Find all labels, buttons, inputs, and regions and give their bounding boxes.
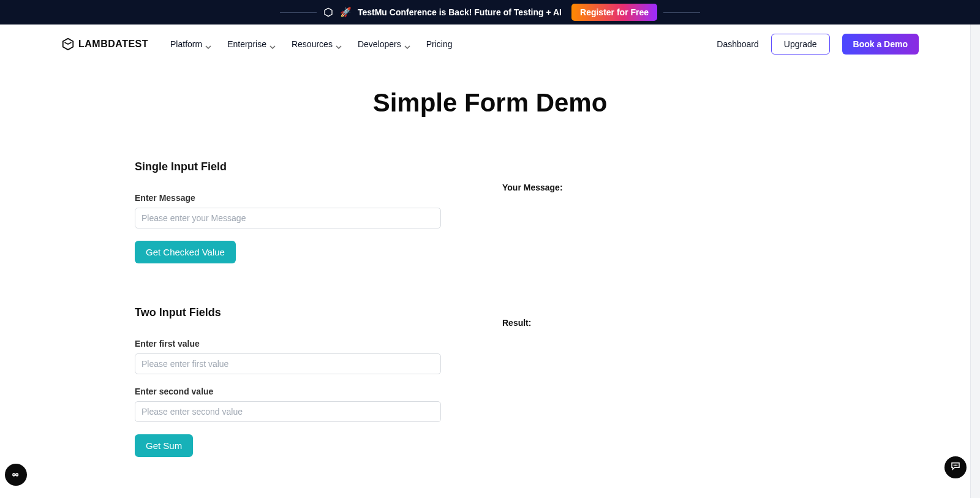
your-message-label: Your Message: xyxy=(502,183,845,192)
get-checked-value-button[interactable]: Get Checked Value xyxy=(135,241,236,263)
get-sum-button[interactable]: Get Sum xyxy=(135,434,193,457)
chevron-down-icon xyxy=(336,41,342,47)
message-input[interactable] xyxy=(135,208,441,228)
section-title: Two Input Fields xyxy=(135,306,466,319)
dashboard-link[interactable]: Dashboard xyxy=(717,39,759,49)
upgrade-button[interactable]: Upgrade xyxy=(771,34,830,55)
nav-resources[interactable]: Resources xyxy=(292,39,342,49)
svg-point-2 xyxy=(954,465,954,466)
nav-item-label: Enterprise xyxy=(227,39,266,49)
brand-mark-icon xyxy=(323,7,334,18)
svg-marker-0 xyxy=(325,8,332,16)
nav-item-label: Platform xyxy=(170,39,202,49)
brand-logo[interactable]: LAMBDATEST xyxy=(61,37,148,51)
nav-item-label: Pricing xyxy=(426,39,453,49)
nav-platform[interactable]: Platform xyxy=(170,39,211,49)
second-value-label: Enter second value xyxy=(135,387,466,396)
single-input-section: Single Input Field Enter Message Get Che… xyxy=(135,160,466,263)
page-title: Simple Form Demo xyxy=(0,88,980,118)
accessibility-widget-button[interactable] xyxy=(5,464,27,486)
chat-icon xyxy=(950,461,961,474)
brand-name: LAMBDATEST xyxy=(78,39,148,50)
svg-point-4 xyxy=(957,465,957,466)
result-label: Result: xyxy=(502,318,845,328)
page-hero: Simple Form Demo xyxy=(0,64,980,124)
book-demo-button[interactable]: Book a Demo xyxy=(842,34,919,55)
svg-point-3 xyxy=(956,465,956,466)
two-input-section: Two Input Fields Enter first value Enter… xyxy=(135,306,466,457)
first-value-label: Enter first value xyxy=(135,339,466,349)
scrollbar[interactable] xyxy=(970,0,980,498)
rocket-icon: 🚀 xyxy=(340,7,352,18)
chevron-down-icon xyxy=(270,41,276,47)
infinity-icon xyxy=(10,469,22,480)
brand-hexagon-icon xyxy=(61,37,75,51)
banner-text: TestMu Conference is Back! Future of Tes… xyxy=(358,7,562,17)
message-label: Enter Message xyxy=(135,193,466,203)
chevron-down-icon xyxy=(404,41,410,47)
divider xyxy=(280,12,317,13)
promo-banner: 🚀 TestMu Conference is Back! Future of T… xyxy=(0,0,980,25)
chevron-down-icon xyxy=(205,41,211,47)
nav-item-label: Resources xyxy=(292,39,333,49)
chat-widget-button[interactable] xyxy=(944,456,967,478)
nav-pricing[interactable]: Pricing xyxy=(426,39,453,49)
first-value-input[interactable] xyxy=(135,353,441,374)
divider xyxy=(663,12,700,13)
nav-developers[interactable]: Developers xyxy=(358,39,410,49)
register-free-button[interactable]: Register for Free xyxy=(571,4,657,21)
second-value-input[interactable] xyxy=(135,401,441,422)
nav-item-label: Developers xyxy=(358,39,401,49)
main-navbar: LAMBDATEST Platform Enterprise Resources xyxy=(0,25,980,64)
nav-enterprise[interactable]: Enterprise xyxy=(227,39,276,49)
main-content: Single Input Field Enter Message Get Che… xyxy=(123,160,858,498)
section-title: Single Input Field xyxy=(135,160,466,173)
